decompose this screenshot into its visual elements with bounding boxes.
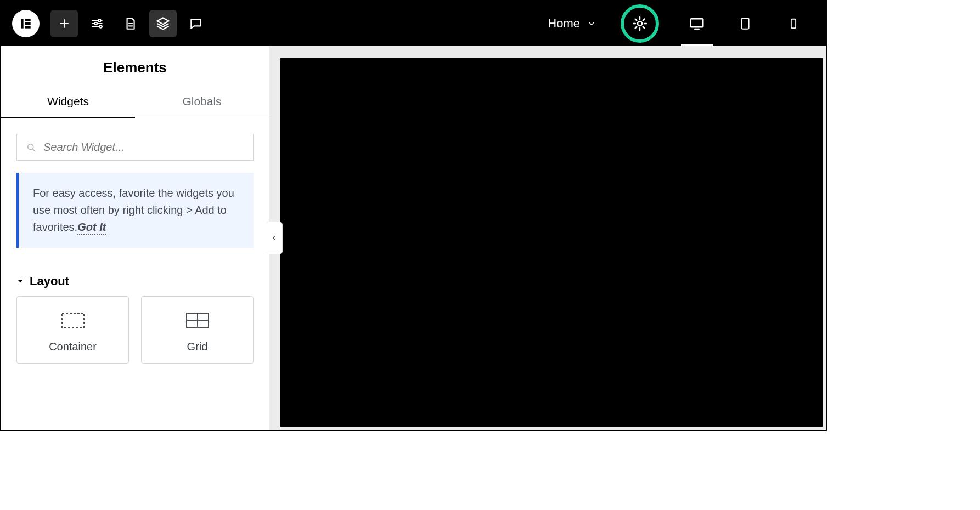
search-input[interactable] — [43, 141, 244, 154]
notes-button[interactable] — [182, 10, 210, 37]
add-element-button[interactable] — [50, 10, 78, 37]
topbar: Home — [1, 1, 826, 46]
settings-highlight-circle — [621, 4, 659, 43]
widget-grid[interactable]: Grid — [141, 296, 254, 364]
widget-container[interactable]: Container — [16, 296, 129, 364]
sliders-icon — [90, 16, 104, 31]
widget-search[interactable] — [16, 134, 254, 161]
mobile-icon — [787, 15, 799, 32]
widget-container-label: Container — [21, 341, 124, 353]
structure-button[interactable] — [149, 10, 177, 37]
page-selector[interactable]: Home — [540, 16, 604, 31]
svg-point-7 — [638, 21, 642, 26]
canvas-content[interactable] — [280, 58, 823, 427]
svg-rect-2 — [25, 22, 31, 25]
mobile-view-button[interactable] — [780, 10, 807, 37]
widget-grid-label: Grid — [146, 341, 249, 353]
elementor-logo[interactable] — [12, 10, 40, 37]
layout-section-label: Layout — [30, 274, 69, 288]
container-icon — [60, 311, 86, 330]
svg-rect-3 — [25, 26, 31, 28]
annotation-arrow — [1, 430, 827, 431]
gotit-link[interactable]: Got It — [77, 221, 106, 235]
page-selector-label: Home — [548, 16, 580, 31]
panel-tabs: Widgets Globals — [1, 86, 269, 118]
favorites-tip-text: For easy access, favorite the widgets yo… — [33, 187, 234, 233]
grid-icon — [184, 311, 211, 330]
plus-icon — [58, 17, 71, 30]
search-icon — [26, 142, 37, 153]
canvas-area — [269, 46, 826, 430]
panel-collapse-button[interactable] — [266, 222, 283, 254]
document-settings-button[interactable] — [632, 15, 648, 32]
elementor-logo-icon — [19, 16, 33, 31]
tablet-view-button[interactable] — [731, 10, 759, 37]
layout-section-header[interactable]: Layout — [1, 261, 269, 296]
gear-icon — [632, 15, 648, 32]
svg-rect-8 — [691, 19, 703, 27]
tab-globals[interactable]: Globals — [135, 86, 269, 118]
page-settings-button[interactable] — [116, 10, 144, 37]
chevron-left-icon — [271, 234, 278, 242]
svg-point-5 — [95, 22, 97, 25]
svg-rect-9 — [742, 18, 749, 29]
caret-down-icon — [16, 277, 24, 285]
svg-point-6 — [99, 25, 102, 27]
svg-rect-0 — [21, 19, 23, 28]
layout-widgets: Container Grid — [1, 296, 269, 378]
svg-point-4 — [98, 19, 100, 21]
chat-icon — [189, 16, 203, 31]
svg-rect-12 — [62, 313, 84, 327]
svg-rect-1 — [25, 19, 31, 21]
panel-title: Elements — [1, 46, 269, 86]
tablet-icon — [738, 15, 752, 32]
tab-widgets[interactable]: Widgets — [1, 86, 135, 118]
chevron-down-icon — [587, 19, 596, 29]
main-area: Elements Widgets Globals For easy access… — [1, 46, 826, 430]
page-icon — [123, 16, 137, 31]
favorites-tip: For easy access, favorite the widgets yo… — [16, 173, 254, 248]
layers-icon — [155, 16, 171, 31]
svg-rect-10 — [791, 19, 796, 29]
desktop-icon — [689, 15, 705, 32]
site-settings-button[interactable] — [83, 10, 111, 37]
elements-panel: Elements Widgets Globals For easy access… — [1, 46, 269, 430]
desktop-view-button[interactable] — [683, 10, 711, 37]
